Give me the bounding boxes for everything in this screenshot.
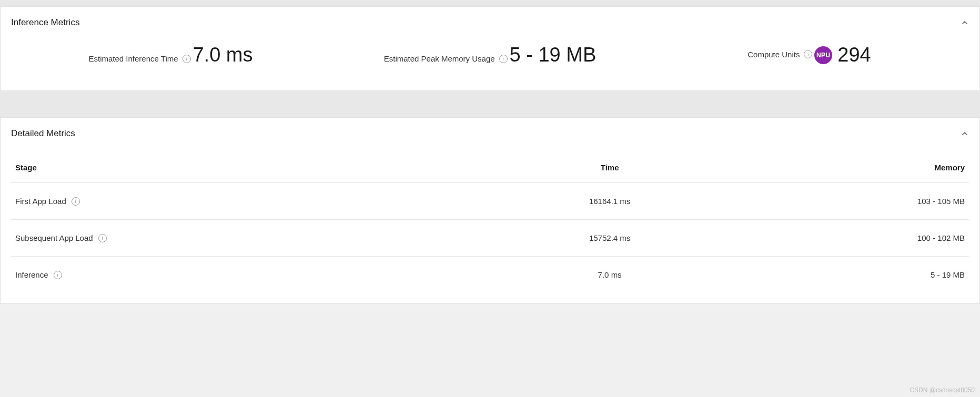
metric-label: Estimated Peak Memory Usage i	[384, 54, 508, 63]
cell-memory: 5 - 19 MB	[730, 257, 969, 293]
cell-memory: 100 - 102 MB	[730, 220, 969, 257]
metric-value: NPU 294	[814, 44, 871, 66]
metric-label: Compute Units i	[747, 50, 812, 59]
metric-label: Estimated Inference Time i	[88, 54, 190, 63]
cell-stage: First App Load i	[11, 183, 490, 220]
inference-metrics-panel: Inference Metrics Estimated Inference Ti…	[0, 6, 980, 91]
metric-value-text: 294	[837, 44, 871, 66]
chevron-up-icon	[961, 129, 969, 138]
metric-peak-memory: Estimated Peak Memory Usage i 5 - 19 MB	[330, 44, 650, 69]
npu-badge: NPU	[814, 46, 832, 64]
panel-title: Detailed Metrics	[11, 128, 75, 139]
table-row: Inference i 7.0 ms 5 - 19 MB	[11, 257, 969, 293]
chevron-up-icon	[961, 18, 969, 27]
cell-stage: Subsequent App Load i	[11, 220, 490, 257]
table-row: Subsequent App Load i 15752.4 ms 100 - 1…	[11, 220, 969, 257]
cell-stage: Inference i	[11, 257, 490, 293]
table-header-row: Stage Time Memory	[11, 155, 969, 183]
detailed-metrics-table: Stage Time Memory First App Load i 16164…	[11, 155, 969, 293]
col-header-time: Time	[490, 155, 730, 183]
metric-value: 7.0 ms	[193, 44, 252, 66]
metric-value: 5 - 19 MB	[510, 44, 597, 66]
table-row: First App Load i 16164.1 ms 103 - 105 MB	[11, 183, 969, 220]
metrics-row: Estimated Inference Time i 7.0 ms Estima…	[1, 33, 979, 90]
panel-header: Detailed Metrics	[1, 118, 979, 144]
info-icon[interactable]: i	[98, 234, 107, 242]
stage-text: First App Load	[15, 197, 66, 206]
panel-header: Inference Metrics	[1, 7, 979, 33]
info-icon[interactable]: i	[183, 55, 191, 63]
table-wrapper: Stage Time Memory First App Load i 16164…	[1, 144, 979, 303]
col-header-memory: Memory	[730, 155, 969, 183]
collapse-toggle[interactable]	[961, 18, 969, 27]
info-icon[interactable]: i	[499, 55, 508, 63]
stage-text: Subsequent App Load	[15, 233, 93, 242]
info-icon[interactable]: i	[54, 271, 62, 279]
info-icon[interactable]: i	[72, 197, 80, 206]
cell-time: 16164.1 ms	[490, 183, 730, 220]
panel-title: Inference Metrics	[11, 17, 79, 28]
collapse-toggle[interactable]	[961, 129, 969, 138]
cell-time: 7.0 ms	[490, 257, 730, 293]
col-header-stage: Stage	[11, 155, 490, 183]
stage-text: Inference	[15, 270, 48, 279]
detailed-metrics-panel: Detailed Metrics Stage Time Memory First…	[0, 117, 980, 304]
info-icon[interactable]: i	[804, 50, 812, 58]
metric-compute-units: Compute Units i NPU 294	[650, 44, 969, 69]
cell-memory: 103 - 105 MB	[730, 183, 969, 220]
cell-time: 15752.4 ms	[490, 220, 730, 257]
metric-label-text: Compute Units	[747, 50, 800, 59]
metric-inference-time: Estimated Inference Time i 7.0 ms	[11, 44, 330, 69]
metric-label-text: Estimated Peak Memory Usage	[384, 54, 495, 63]
metric-label-text: Estimated Inference Time	[88, 54, 178, 63]
